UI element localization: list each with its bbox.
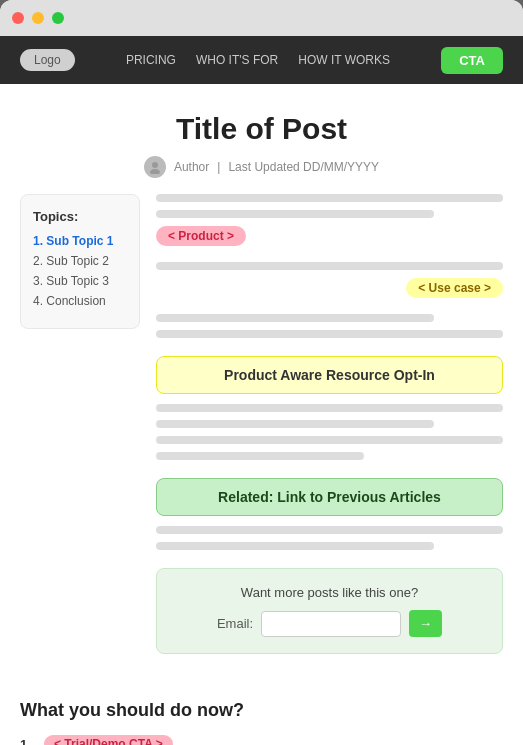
usecase-tag-row: < Use case >: [156, 278, 503, 306]
placeholder-line-9: [156, 452, 364, 460]
meta-separator: |: [217, 160, 220, 174]
what-section-title: What you should do now?: [20, 700, 503, 721]
sidebar-item-label: Sub Topic 3: [46, 274, 109, 288]
email-submit-button[interactable]: →: [409, 610, 442, 637]
email-label: Email:: [217, 616, 253, 631]
product-tag[interactable]: < Product >: [156, 226, 246, 246]
placeholder-line-6: [156, 404, 503, 412]
maximize-button[interactable]: [52, 12, 64, 24]
sidebar-item-num: 1.: [33, 234, 43, 248]
what-list: 1. < Trial/Demo CTA > 2. < Resource Opt-…: [20, 735, 503, 745]
email-box-title: Want more posts like this one?: [173, 585, 486, 600]
nav-link-how[interactable]: HOW IT WORKS: [298, 53, 390, 67]
minimize-button[interactable]: [32, 12, 44, 24]
placeholder-line-8: [156, 436, 503, 444]
nav-link-who[interactable]: WHO IT'S FOR: [196, 53, 278, 67]
browser-window: Logo PRICING WHO IT'S FOR HOW IT WORKS C…: [0, 0, 523, 745]
svg-point-1: [150, 169, 160, 174]
placeholder-line-7: [156, 420, 434, 428]
sidebar-item-label: Sub Topic 1: [46, 234, 113, 248]
sidebar: Topics: 1. Sub Topic 1 2. Sub Topic 2 3.…: [20, 194, 140, 329]
post-title: Title of Post: [40, 112, 483, 146]
placeholder-line-4: [156, 314, 434, 322]
placeholder-line-10: [156, 526, 503, 534]
placeholder-line-1: [156, 194, 503, 202]
opt-in-box[interactable]: Product Aware Resource Opt-In: [156, 356, 503, 394]
email-input[interactable]: [261, 611, 401, 637]
main-layout: Topics: 1. Sub Topic 1 2. Sub Topic 2 3.…: [0, 194, 523, 684]
post-header: Title of Post Author | Last Updated DD/M…: [0, 84, 523, 194]
author-label: Author: [174, 160, 209, 174]
sidebar-item-label: Sub Topic 2: [46, 254, 109, 268]
sidebar-item-num: 3.: [33, 274, 43, 288]
browser-titlebar: [0, 0, 523, 36]
post-meta: Author | Last Updated DD/MM/YYYY: [40, 156, 483, 178]
logo: Logo: [20, 49, 75, 71]
svg-point-0: [152, 162, 158, 168]
sidebar-title: Topics:: [33, 209, 127, 224]
author-avatar: [144, 156, 166, 178]
last-updated-label: Last Updated DD/MM/YYYY: [228, 160, 379, 174]
trial-demo-cta-tag[interactable]: < Trial/Demo CTA >: [44, 735, 173, 745]
nav-link-pricing[interactable]: PRICING: [126, 53, 176, 67]
email-subscription-box: Want more posts like this one? Email: →: [156, 568, 503, 654]
sidebar-item-num: 2.: [33, 254, 43, 268]
email-form: Email: →: [173, 610, 486, 637]
placeholder-line-3: [156, 262, 503, 270]
sidebar-item-num: 4.: [33, 294, 43, 308]
browser-content: Logo PRICING WHO IT'S FOR HOW IT WORKS C…: [0, 36, 523, 745]
what-list-item-1: 1. < Trial/Demo CTA >: [20, 735, 503, 745]
sidebar-item-subtopic1[interactable]: 1. Sub Topic 1: [33, 234, 127, 248]
nav-links: PRICING WHO IT'S FOR HOW IT WORKS: [126, 53, 390, 67]
close-button[interactable]: [12, 12, 24, 24]
what-section: What you should do now? 1. < Trial/Demo …: [0, 684, 523, 745]
what-item-num-1: 1.: [20, 737, 38, 746]
nav-cta-button[interactable]: CTA: [441, 47, 503, 74]
article-content: < Product > < Use case > Product Aware R…: [156, 194, 503, 664]
product-tag-row: < Product >: [156, 226, 503, 254]
placeholder-line-2: [156, 210, 434, 218]
navbar: Logo PRICING WHO IT'S FOR HOW IT WORKS C…: [0, 36, 523, 84]
placeholder-line-11: [156, 542, 434, 550]
sidebar-item-subtopic3[interactable]: 3. Sub Topic 3: [33, 274, 127, 288]
usecase-tag[interactable]: < Use case >: [406, 278, 503, 298]
placeholder-line-5: [156, 330, 503, 338]
sidebar-item-label: Conclusion: [46, 294, 105, 308]
sidebar-item-subtopic2[interactable]: 2. Sub Topic 2: [33, 254, 127, 268]
related-box[interactable]: Related: Link to Previous Articles: [156, 478, 503, 516]
sidebar-item-conclusion[interactable]: 4. Conclusion: [33, 294, 127, 308]
